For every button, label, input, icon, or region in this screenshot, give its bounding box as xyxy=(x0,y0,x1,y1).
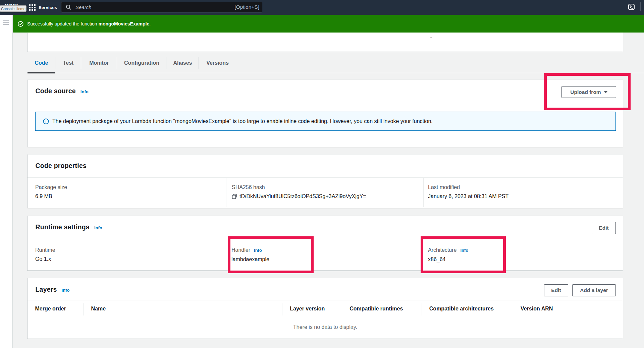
sha256-field: SHA256 hash tD/DkNUvaYiuf8UlC5tz6oiOPdS3… xyxy=(232,184,366,199)
runtime-field: Runtime Go 1.x xyxy=(35,247,55,262)
navbar-separator xyxy=(640,2,641,11)
col-name[interactable]: Name xyxy=(91,306,106,311)
tab-monitor[interactable]: Monitor xyxy=(81,56,117,73)
code-properties-card: Code properties Package size 6.9 MB SHA2… xyxy=(28,154,623,208)
runtime-edit-button[interactable]: Edit xyxy=(592,222,616,234)
annotation-box-architecture xyxy=(421,236,506,273)
add-layer-button[interactable]: Add a layer xyxy=(572,284,616,296)
col-layer-version[interactable]: Layer version xyxy=(290,306,325,311)
code-properties-title: Code properties xyxy=(36,162,87,170)
search-placeholder: Search xyxy=(75,4,234,10)
layers-table-header: Merge order Name Layer version Compatibl… xyxy=(28,300,623,317)
function-overview-card-partial: - xyxy=(28,33,623,52)
layers-empty-state: There is no data to display. xyxy=(28,324,623,330)
tab-aliases[interactable]: Aliases xyxy=(166,56,199,73)
side-navigation-collapsed xyxy=(0,15,13,348)
code-source-title: Code source xyxy=(36,87,76,95)
flash-message: Successfully updated the function mongoM… xyxy=(27,21,151,26)
copy-icon[interactable] xyxy=(232,194,237,199)
success-check-icon xyxy=(18,21,23,27)
runtime-settings-title: Runtime settings xyxy=(36,223,90,231)
last-modified-field: Last modified January 6, 2023 at 08:31 A… xyxy=(428,184,508,199)
alert-message: The deployment package of your Lambda fu… xyxy=(52,118,433,124)
package-size-field: Package size 6.9 MB xyxy=(35,184,67,199)
console-home-tooltip: Console Home xyxy=(0,5,26,12)
tab-test[interactable]: Test xyxy=(55,56,81,73)
annotation-box-upload-from xyxy=(544,73,631,110)
deployment-package-alert: The deployment package of your Lambda fu… xyxy=(35,112,616,131)
search-icon xyxy=(66,4,71,10)
col-compatible-runtimes[interactable]: Compatible runtimes xyxy=(350,306,403,311)
search-input[interactable]: Search [Option+S] xyxy=(61,2,262,12)
function-tabs: Code Test Monitor Configuration Aliases … xyxy=(28,56,644,73)
flash-function-name: mongoMoviesExample xyxy=(98,21,149,26)
layers-info-link[interactable]: Info xyxy=(62,288,70,293)
overview-placeholder-value: - xyxy=(430,33,432,42)
tab-versions[interactable]: Versions xyxy=(199,56,236,73)
info-circle-icon xyxy=(43,118,49,124)
top-navbar: aws Console Home Services Search [Option… xyxy=(0,0,644,15)
tab-configuration[interactable]: Configuration xyxy=(117,56,166,73)
col-compatible-architectures[interactable]: Compatible architectures xyxy=(429,306,494,311)
menu-toggle-button[interactable] xyxy=(3,20,9,25)
layers-title: Layers xyxy=(36,286,57,293)
tab-code[interactable]: Code xyxy=(28,56,55,73)
cloudshell-icon[interactable] xyxy=(628,4,635,10)
overview-column-divider xyxy=(423,33,423,46)
code-source-card: Code source Info Upload from The deploym… xyxy=(28,79,623,147)
col-merge-order[interactable]: Merge order xyxy=(35,306,66,311)
runtime-settings-info-link[interactable]: Info xyxy=(94,225,102,230)
runtime-settings-card: Runtime settings Info Edit Runtime Go 1.… xyxy=(28,216,623,271)
code-source-info-link[interactable]: Info xyxy=(80,89,89,94)
col-version-arn[interactable]: Version ARN xyxy=(521,306,553,311)
services-menu[interactable]: Services xyxy=(29,0,57,15)
success-flashbar: Successfully updated the function mongoM… xyxy=(13,15,644,33)
layers-card: Layers Info Edit Add a layer Merge order… xyxy=(28,278,623,339)
search-shortcut-hint: [Option+S] xyxy=(234,4,259,10)
layers-edit-button[interactable]: Edit xyxy=(544,284,568,296)
services-label: Services xyxy=(39,5,57,10)
annotation-box-handler xyxy=(228,236,314,273)
services-grid-icon xyxy=(29,4,36,11)
